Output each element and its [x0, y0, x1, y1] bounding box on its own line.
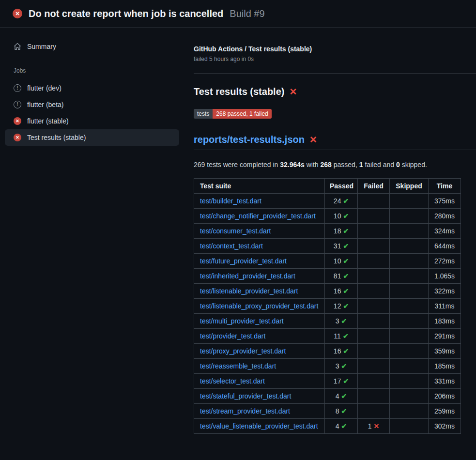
breadcrumb: GitHub Actions / Test results (stable) — [194, 45, 476, 53]
skipped-cell — [390, 194, 429, 209]
passed-cell: 10✔ — [325, 209, 358, 224]
passed-cell: 4✔ — [325, 389, 358, 404]
skipped-cell — [390, 224, 429, 239]
skipped-cell — [390, 389, 429, 404]
check-icon: ✔ — [341, 362, 347, 370]
passed-count: 12 — [334, 302, 341, 310]
passed-cell: 17✔ — [325, 374, 358, 389]
skipped-cell — [390, 359, 429, 374]
failed-cell — [358, 314, 390, 329]
test-suite-link[interactable]: test/listenable_proxy_provider_test.dart — [200, 302, 318, 310]
test-suite-link[interactable]: test/proxy_provider_test.dart — [200, 347, 286, 355]
sidebar-item-test-results-stable[interactable]: ✕ Test results (stable) — [5, 129, 179, 146]
sidebar-item-flutter-stable[interactable]: ✕ flutter (stable) — [5, 113, 179, 129]
table-row: test/future_provider_test.dart10✔272ms — [194, 254, 461, 269]
sidebar-item-flutter-dev[interactable]: ! flutter (dev) — [5, 80, 179, 96]
table-row: test/provider_test.dart11✔291ms — [194, 329, 461, 344]
failed-cell — [358, 239, 390, 254]
suite-cell: test/value_listenable_provider_test.dart — [194, 419, 325, 434]
suite-cell: test/reassemble_test.dart — [194, 359, 325, 374]
failed-cell: 1✕ — [358, 419, 390, 434]
suite-cell: test/builder_test.dart — [194, 194, 325, 209]
passed-count: 3 — [336, 317, 339, 325]
section-title-text: Test results (stable) — [194, 86, 284, 97]
table-row: test/proxy_provider_test.dart16✔359ms — [194, 344, 461, 359]
test-suite-link[interactable]: test/context_test.dart — [200, 242, 263, 250]
time-cell: 311ms — [429, 299, 461, 314]
failed-status-icon: ✕ — [14, 134, 21, 141]
check-icon: ✔ — [343, 332, 349, 340]
main-content: GitHub Actions / Test results (stable) f… — [184, 28, 476, 434]
skipped-cell — [390, 254, 429, 269]
test-suite-link[interactable]: test/consumer_test.dart — [200, 227, 271, 235]
failed-cell — [358, 194, 390, 209]
failed-cell — [358, 359, 390, 374]
test-suite-link[interactable]: test/stateful_provider_test.dart — [200, 392, 291, 400]
test-suite-link[interactable]: test/listenable_provider_test.dart — [200, 287, 298, 295]
suite-cell: test/proxy_provider_test.dart — [194, 344, 325, 359]
test-suite-link[interactable]: test/reassemble_test.dart — [200, 362, 276, 370]
suite-cell: test/listenable_provider_test.dart — [194, 284, 325, 299]
passed-count: 81 — [334, 272, 341, 280]
table-row: test/listenable_provider_test.dart16✔322… — [194, 284, 461, 299]
time-cell: 644ms — [429, 239, 461, 254]
table-row: test/consumer_test.dart18✔324ms — [194, 224, 461, 239]
results-table-body: test/builder_test.dart24✔375mstest/chang… — [194, 194, 461, 434]
test-suite-link[interactable]: test/value_listenable_provider_test.dart — [200, 422, 318, 430]
test-suite-link[interactable]: test/change_notifier_provider_test.dart — [200, 212, 316, 220]
check-icon: ✔ — [341, 392, 347, 400]
neutral-status-icon: ! — [14, 84, 21, 92]
passed-count: 3 — [336, 362, 339, 370]
test-suite-link[interactable]: test/provider_test.dart — [200, 332, 265, 340]
suite-cell: test/consumer_test.dart — [194, 224, 325, 239]
time-cell: 324ms — [429, 224, 461, 239]
passed-cell: 12✔ — [325, 299, 358, 314]
check-icon: ✔ — [343, 197, 349, 205]
test-suite-link[interactable]: test/future_provider_test.dart — [200, 257, 287, 265]
table-row: test/selector_test.dart17✔331ms — [194, 374, 461, 389]
summary-failed-count: 1 — [359, 161, 363, 169]
test-suite-link[interactable]: test/builder_test.dart — [200, 197, 261, 205]
time-cell: 280ms — [429, 209, 461, 224]
time-cell: 259ms — [429, 404, 461, 419]
job-label: Test results (stable) — [27, 134, 86, 141]
test-suite-link[interactable]: test/multi_provider_test.dart — [200, 317, 284, 325]
summary-segment: failed and — [363, 161, 397, 169]
passed-cell: 31✔ — [325, 239, 358, 254]
sidebar-item-summary[interactable]: Summary — [5, 38, 179, 55]
report-file-link[interactable]: reports/test-results.json — [194, 134, 305, 145]
test-suite-link[interactable]: test/selector_test.dart — [200, 377, 265, 385]
passed-count: 11 — [334, 332, 341, 340]
skipped-cell — [390, 329, 429, 344]
th-passed: Passed — [325, 179, 358, 194]
summary-segment: passed, — [332, 161, 359, 169]
check-icon: ✔ — [343, 272, 349, 280]
job-label: flutter (dev) — [27, 84, 61, 92]
time-cell: 302ms — [429, 419, 461, 434]
failed-cell — [358, 404, 390, 419]
passed-count: 4 — [336, 392, 339, 400]
passed-cell: 4✔ — [325, 419, 358, 434]
table-row: test/context_test.dart31✔644ms — [194, 239, 461, 254]
table-row: test/builder_test.dart24✔375ms — [194, 194, 461, 209]
suite-cell: test/future_provider_test.dart — [194, 254, 325, 269]
test-suite-link[interactable]: test/stream_provider_test.dart — [200, 407, 290, 415]
content-layout: Summary Jobs ! flutter (dev) ! flutter (… — [0, 28, 476, 434]
neutral-status-icon: ! — [14, 101, 21, 108]
suite-cell: test/stateful_provider_test.dart — [194, 389, 325, 404]
sidebar-item-flutter-beta[interactable]: ! flutter (beta) — [5, 96, 179, 113]
failed-count: 1 — [368, 422, 372, 430]
suite-cell: test/provider_test.dart — [194, 329, 325, 344]
test-suite-link[interactable]: test/inherited_provider_test.dart — [200, 272, 295, 280]
check-icon: ✔ — [343, 257, 349, 265]
job-label: flutter (beta) — [27, 101, 63, 108]
passed-cell: 11✔ — [325, 329, 358, 344]
table-row: test/multi_provider_test.dart3✔183ms — [194, 314, 461, 329]
build-number: Build #9 — [230, 8, 264, 19]
failed-cell — [358, 299, 390, 314]
passed-count: 17 — [334, 377, 341, 385]
failed-cell — [358, 344, 390, 359]
failed-cell — [358, 209, 390, 224]
cross-icon: ✕ — [374, 422, 380, 430]
passed-cell: 24✔ — [325, 194, 358, 209]
